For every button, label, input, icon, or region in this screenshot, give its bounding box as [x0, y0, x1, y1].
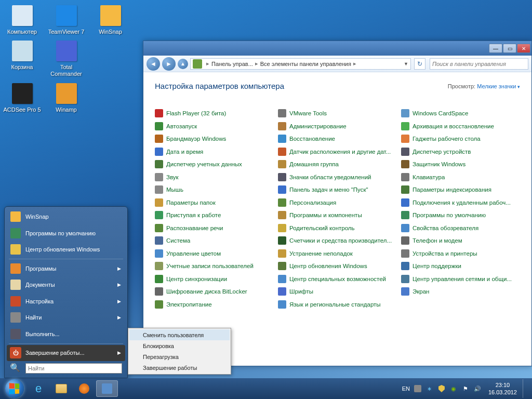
desktop-icon[interactable]: WinSnap [91, 3, 130, 35]
app-icon [10, 38, 35, 63]
app-icon [10, 3, 35, 28]
desktop-icon[interactable]: Total Commander [47, 38, 86, 77]
control-panel-item[interactable]: Диспетчер устройств [401, 145, 520, 158]
start-menu-item[interactable]: WinSnap [7, 209, 125, 225]
control-panel-item[interactable]: Язык и региональные стандарты [278, 298, 397, 311]
desktop-icon[interactable]: Компьютер [3, 3, 42, 35]
control-panel-item[interactable]: Приступая к работе [155, 209, 274, 222]
control-panel-item[interactable]: Подключения к удаленным рабоч... [401, 196, 520, 209]
shutdown-menu-item[interactable]: ⏻ Завершение работы... ▶ [7, 345, 125, 362]
maximize-button[interactable]: ▭ [503, 44, 516, 53]
desktop-icon[interactable]: ACDSee Pro 5 [3, 81, 42, 113]
desktop-icon[interactable]: TeamViewer 7 [47, 3, 86, 35]
control-panel-item[interactable]: Клавиатура [401, 171, 520, 184]
control-panel-item[interactable]: Windows CardSpace [401, 107, 520, 120]
control-panel-item[interactable]: Восстановление [278, 132, 397, 145]
minimize-button[interactable]: — [489, 44, 502, 53]
start-menu-item[interactable]: Выполнить... [7, 326, 125, 342]
control-panel-item[interactable]: Защитник Windows [401, 158, 520, 171]
control-panel-item[interactable]: Родительский контроль [278, 222, 397, 235]
control-panel-item[interactable]: Диспетчер учетных данных [155, 158, 274, 171]
view-dropdown[interactable]: Мелкие значки [477, 83, 520, 89]
control-panel-item[interactable]: Программы и компоненты [278, 209, 397, 222]
start-menu-item[interactable]: Центр обновления Windows [7, 242, 125, 258]
tray-shield-icon[interactable] [437, 384, 446, 393]
desktop-icon[interactable]: Корзина [3, 38, 42, 77]
control-panel-item[interactable]: Устранение неполадок [278, 247, 397, 260]
control-panel-item[interactable]: Панель задач и меню "Пуск" [278, 183, 397, 196]
control-panel-item[interactable]: Мышь [155, 183, 274, 196]
control-panel-item[interactable]: Параметры индексирования [401, 183, 520, 196]
shutdown-option[interactable]: Сменить пользователя [129, 329, 230, 340]
control-panel-item[interactable]: Шифрование диска BitLocker [155, 285, 274, 298]
shutdown-option[interactable]: Блокировка [129, 340, 230, 351]
taskbar-app-explorer[interactable] [50, 380, 72, 397]
control-panel-item[interactable]: Телефон и модем [401, 234, 520, 247]
control-panel-item[interactable]: Электропитание [155, 298, 274, 311]
control-panel-item[interactable]: Свойства обозревателя [401, 222, 520, 235]
control-panel-item[interactable]: Распознавание речи [155, 222, 274, 235]
start-menu-item[interactable]: Настройка▶ [7, 293, 125, 310]
tray-vmware-icon[interactable] [414, 384, 422, 393]
refresh-button[interactable]: ↻ [414, 58, 425, 70]
start-menu-item[interactable]: Найти▶ [7, 310, 125, 326]
control-panel-item[interactable]: Параметры папок [155, 196, 274, 209]
control-panel-item[interactable]: Дата и время [155, 145, 274, 158]
clock[interactable]: 23:10 16.03.2012 [488, 381, 517, 396]
shutdown-option[interactable]: Завершение работы [129, 362, 230, 373]
control-panel-item[interactable]: Экран [401, 285, 520, 298]
start-search-input[interactable] [25, 363, 122, 374]
nav-back-button[interactable]: ◄ [147, 57, 160, 71]
control-panel-item[interactable]: Центр управления сетями и общи... [401, 273, 520, 286]
control-panel-item[interactable]: Управление цветом [155, 247, 274, 260]
control-panel-item[interactable]: Администрирование [278, 120, 397, 133]
control-panel-item[interactable]: Датчик расположения и другие дат... [278, 145, 397, 158]
shutdown-option[interactable]: Перезагрузка [129, 351, 230, 362]
tray-sync-icon[interactable]: ◉ [449, 384, 458, 393]
taskbar-app-controlpanel[interactable] [96, 380, 118, 397]
control-panel-item[interactable]: VMware Tools [278, 107, 397, 120]
start-menu-item[interactable]: Программы по умолчанию [7, 225, 125, 242]
control-panel-item[interactable]: Учетные записи пользователей [155, 260, 274, 273]
control-panel-item[interactable]: Автозапуск [155, 120, 274, 133]
breadcrumb[interactable]: ▸ Панель управ... ▸ Все элементы панели … [190, 58, 411, 70]
control-panel-item[interactable]: Система [155, 234, 274, 247]
show-desktop-button[interactable] [523, 379, 528, 398]
search-input[interactable] [432, 61, 526, 67]
control-panel-item[interactable]: Звук [155, 171, 274, 184]
control-panel-item[interactable]: Домашняя группа [278, 158, 397, 171]
control-panel-item[interactable]: Flash Player (32 бита) [155, 107, 274, 120]
control-panel-item[interactable]: Персонализация [278, 196, 397, 209]
start-button[interactable] [2, 378, 27, 399]
control-panel-item[interactable]: Счетчики и средства производител... [278, 234, 397, 247]
control-panel-item[interactable]: Гаджеты рабочего стола [401, 132, 520, 145]
search-box[interactable] [430, 58, 528, 70]
breadcrumb-item[interactable]: Все элементы панели управления [260, 61, 351, 67]
control-panel-item[interactable]: Центр специальных возможностей [278, 273, 397, 286]
language-indicator[interactable]: EN [402, 385, 410, 392]
control-panel-item[interactable]: Значки области уведомлений [278, 171, 397, 184]
taskbar-app-mediaplayer[interactable] [73, 380, 95, 397]
item-icon [155, 185, 163, 194]
tray-bluetooth-icon[interactable]: ∗ [425, 384, 434, 393]
control-panel-item[interactable]: Устройства и принтеры [401, 247, 520, 260]
nav-forward-button[interactable]: ► [162, 57, 176, 71]
control-panel-item[interactable]: Центр поддержки [401, 260, 520, 273]
start-menu-item[interactable]: Документы▶ [7, 277, 125, 294]
taskbar-app-ie[interactable]: e [28, 380, 49, 397]
window-titlebar[interactable]: — ▭ ✕ [143, 41, 531, 56]
tray-volume-icon[interactable]: 🔊 [473, 384, 482, 393]
tray-action-center-icon[interactable]: ⚑ [461, 384, 470, 393]
control-panel-item[interactable]: Шрифты [278, 285, 397, 298]
breadcrumb-item[interactable]: Панель управ... [211, 61, 253, 67]
control-panel-item[interactable]: Центр обновления Windows [278, 260, 397, 273]
search-icon [10, 312, 21, 323]
control-panel-item[interactable]: Архивация и восстановление [401, 120, 520, 133]
desktop-icon[interactable]: Winamp [47, 81, 86, 113]
control-panel-item[interactable]: Брандмауэр Windows [155, 132, 274, 145]
control-panel-item[interactable]: Центр синхронизации [155, 273, 274, 286]
control-panel-item[interactable]: Программы по умолчанию [401, 209, 520, 222]
start-menu-item[interactable]: Программы▶ [7, 260, 125, 277]
close-button[interactable]: ✕ [517, 44, 530, 53]
nav-up-button[interactable]: ▲ [178, 59, 188, 69]
